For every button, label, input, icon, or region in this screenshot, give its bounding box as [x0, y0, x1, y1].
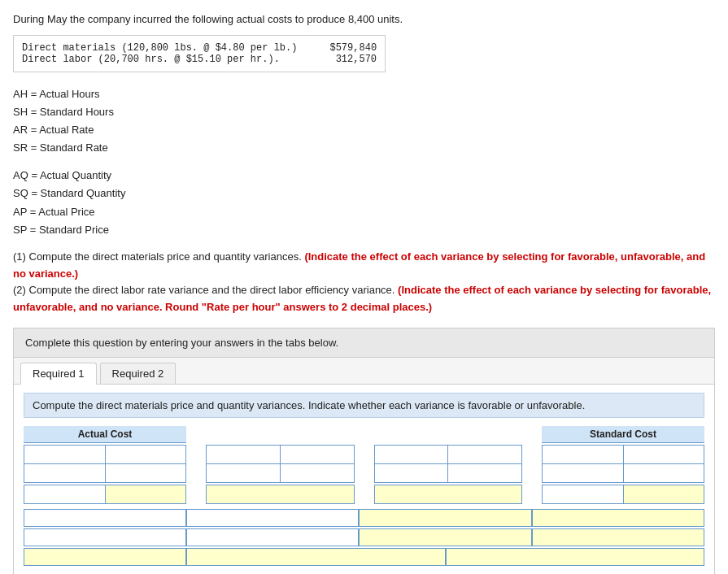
actual-cost-header-spacer: Actual Cost — [24, 426, 186, 443]
costs-table: Direct materials (120,800 lbs. @ $4.80 p… — [13, 35, 386, 72]
mid2-row1 — [375, 446, 522, 464]
abbrev-ah: AH = Actual Hours — [13, 85, 715, 103]
bottom-row1 — [24, 509, 704, 527]
abbrev-aq: AQ = Actual Quantity — [13, 167, 715, 185]
abbrev-ap: AP = Actual Price — [13, 203, 715, 221]
tab-required2[interactable]: Required 2 — [100, 363, 177, 384]
mid-spacer1 — [206, 426, 355, 443]
op-spacer2 — [356, 426, 373, 443]
mid2-r1c2 — [448, 446, 521, 463]
std-total-block — [542, 485, 704, 504]
mid2-r2c1 — [375, 464, 449, 482]
actual-row1 — [24, 446, 185, 464]
standard-cost-header: Standard Cost — [542, 426, 704, 443]
tab-required1[interactable]: Required 1 — [20, 363, 97, 385]
intro-text: During May the company incurred the foll… — [13, 13, 715, 25]
mid1-r1c1 — [207, 446, 281, 463]
std-row1 — [543, 446, 704, 464]
actual-cost-block — [24, 445, 186, 483]
mid1-row2 — [207, 464, 354, 482]
complete-box: Complete this question by entering your … — [13, 328, 715, 358]
cost-row2-value: 312,570 — [336, 54, 377, 65]
instruction-part1-prefix: (1) Compute the direct materials price a… — [13, 250, 304, 263]
std-r2c2 — [624, 464, 704, 482]
bottom-r3-m1 — [186, 548, 446, 566]
abbrev-sr: SR = Standard Rate — [13, 139, 715, 157]
operator1 — [188, 445, 204, 483]
std-total-row — [543, 485, 704, 503]
std-total-c2 — [624, 485, 704, 503]
mid1-row1 — [207, 446, 354, 464]
tab-description: Compute the direct materials price and q… — [24, 393, 704, 418]
mid-spacer2 — [374, 426, 523, 443]
bottom-r1-middle — [186, 509, 704, 527]
grid-row1 — [24, 445, 704, 483]
mid-total2 — [374, 485, 523, 504]
std-r2c1 — [543, 464, 624, 482]
bottom-r1-m3 — [532, 509, 704, 527]
operator3 — [524, 445, 540, 483]
variance-section: Actual Cost Standard Cost — [24, 426, 704, 566]
actual-cost-header: Actual Cost — [24, 426, 186, 443]
mid1-r1c2 — [281, 446, 354, 463]
abbreviations-block2: AQ = Actual Quantity SQ = Standard Quant… — [13, 167, 715, 238]
bottom-r2-m1 — [186, 528, 359, 546]
total-spacer1 — [188, 485, 204, 504]
actual-cell-r2c2 — [106, 464, 186, 482]
actual-total-c1 — [24, 485, 106, 503]
total-spacer3 — [524, 485, 540, 504]
op-spacer1 — [188, 426, 204, 443]
cost-row1-value: $579,840 — [329, 42, 377, 54]
header-row: Actual Cost Standard Cost — [24, 426, 704, 443]
cost-row2-label: Direct labor (20,700 hrs. @ $15.10 per h… — [22, 54, 280, 65]
bottom-section — [24, 509, 704, 566]
bottom-row2 — [24, 528, 704, 546]
std-r1c1 — [543, 446, 624, 463]
abbreviations-block: AH = Actual Hours SH = Standard Hours AR… — [13, 85, 715, 157]
op-spacer3 — [524, 426, 540, 443]
bottom-r2-label — [24, 528, 186, 546]
actual-cell-r2c1 — [24, 464, 106, 482]
mid-block1 — [206, 445, 355, 483]
mid2-row2 — [375, 464, 522, 482]
bottom-r3-m2 — [446, 548, 705, 566]
bottom-r1-label — [24, 509, 186, 527]
mid1-r2c1 — [207, 464, 281, 482]
actual-row2 — [24, 464, 185, 482]
operator2 — [356, 445, 373, 483]
std-total-c1 — [543, 485, 624, 503]
actual-cell-r1c1 — [24, 446, 106, 463]
mid-total1 — [206, 485, 355, 504]
actual-cell-r1c2 — [106, 446, 186, 463]
bottom-r2-m2 — [359, 528, 531, 546]
tabs-container: Required 1 Required 2 Compute the direct… — [13, 358, 715, 574]
instruction-part2-prefix: (2) Compute the direct labor rate varian… — [13, 284, 398, 296]
standard-cost-block — [542, 445, 704, 483]
bottom-r1-m2 — [359, 509, 531, 527]
mid2-r2c2 — [448, 464, 521, 482]
bottom-r3-middle — [186, 548, 704, 566]
mid2-r1c1 — [375, 446, 449, 463]
bottom-r2-middle — [186, 528, 704, 546]
actual-total-block — [24, 485, 186, 504]
std-row2 — [543, 464, 704, 482]
instructions: (1) Compute the direct materials price a… — [13, 249, 715, 316]
bottom-r2-m3 — [532, 528, 704, 546]
bottom-row3 — [24, 548, 704, 566]
bottom-r3-label — [24, 548, 186, 566]
mid1-r2c2 — [281, 464, 354, 482]
totals-row — [24, 485, 704, 504]
abbrev-sh: SH = Standard Hours — [13, 103, 715, 121]
tabs-row: Required 1 Required 2 — [14, 358, 714, 385]
complete-box-text: Complete this question by entering your … — [25, 337, 338, 349]
std-r1c2 — [624, 446, 704, 463]
abbrev-sq: SQ = Standard Quantity — [13, 185, 715, 202]
tab-content: Compute the direct materials price and q… — [14, 385, 714, 574]
cost-row1-label: Direct materials (120,800 lbs. @ $4.80 p… — [22, 42, 297, 54]
bottom-r1-m1 — [186, 509, 359, 527]
abbrev-sp: SP = Standard Price — [13, 221, 715, 239]
mid-block2 — [374, 445, 523, 483]
abbrev-ar: AR = Actual Rate — [13, 121, 715, 139]
actual-total-row — [24, 485, 185, 503]
actual-total-c2 — [106, 485, 186, 503]
